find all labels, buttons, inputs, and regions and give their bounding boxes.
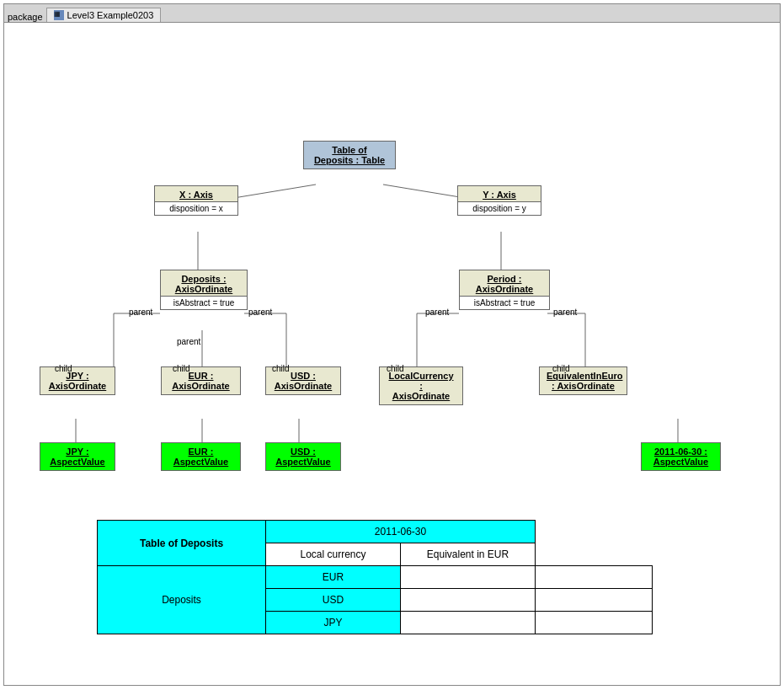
- eur-local-cell: [401, 566, 536, 589]
- usd-equiv-cell: [536, 589, 653, 612]
- node-y-axis-label: Y : Axis: [465, 190, 534, 200]
- node-x-axis-label: X : Axis: [162, 190, 231, 200]
- node-usd-ordinate-label: USD :AxisOrdinate: [273, 371, 333, 391]
- table-section: Table of Deposits 2011-06-30 Local curre…: [97, 520, 653, 634]
- node-eur-value: EUR :AspectValue: [161, 442, 241, 471]
- deposits-table: Table of Deposits 2011-06-30 Local curre…: [97, 520, 653, 634]
- node-date-value: 2011-06-30 :AspectValue: [641, 442, 721, 471]
- tab-title: Level3 Example0203: [67, 10, 154, 20]
- label-child-eur: child: [173, 364, 190, 373]
- node-period-ordinate-label: Period :AxisOrdinate: [467, 274, 542, 294]
- local-header-cell: Local currency: [266, 543, 401, 566]
- node-table-of-deposits: Table ofDeposits : Table: [303, 141, 396, 169]
- node-jpy-value: JPY :AspectValue: [40, 442, 115, 471]
- label-parent-right: parent: [248, 308, 272, 317]
- label-child-local: child: [387, 364, 404, 373]
- main-window: package ▦ Level3 Example0203: [3, 3, 781, 686]
- node-period-ordinate: Period :AxisOrdinate isAbstract = true: [459, 270, 550, 310]
- jpy-equiv-cell: [536, 612, 653, 634]
- eur-equiv-cell: [536, 566, 653, 589]
- label-parent-left: parent: [129, 308, 152, 317]
- node-y-axis: Y : Axis disposition = y: [457, 185, 541, 216]
- usd-local-cell: [401, 589, 536, 612]
- node-x-axis-attr: disposition = x: [155, 201, 237, 215]
- deposits-label: Deposits: [162, 594, 201, 606]
- label-period-parent-right: parent: [553, 308, 577, 317]
- label-child-jpy: child: [55, 364, 72, 373]
- node-x-axis: X : Axis disposition = x: [154, 185, 238, 216]
- node-period-ordinate-attr: isAbstract = true: [460, 296, 549, 309]
- eur-row-label: EUR: [266, 566, 401, 589]
- node-usd-value: USD :AspectValue: [265, 442, 341, 471]
- date-header-cell: 2011-06-30: [266, 521, 536, 543]
- node-eur-ordinate-label: EUR :AxisOrdinate: [168, 371, 233, 391]
- equiv-header-cell: Equivalent in EUR: [401, 543, 536, 566]
- node-local-ordinate-label: LocalCurrency :AxisOrdinate: [387, 371, 456, 401]
- table-title: Table of Deposits: [140, 538, 223, 549]
- date-header: 2011-06-30: [375, 526, 426, 538]
- node-date-value-label: 2011-06-30 :AspectValue: [648, 447, 713, 467]
- node-jpy-value-label: JPY :AspectValue: [47, 447, 108, 467]
- node-deposits-ordinate-attr: isAbstract = true: [161, 296, 247, 309]
- node-deposits-ordinate: Deposits :AxisOrdinate isAbstract = true: [160, 270, 248, 310]
- local-header: Local currency: [300, 548, 365, 560]
- node-jpy-ordinate-label: JPY :AxisOrdinate: [47, 371, 108, 391]
- diagram-tab[interactable]: ▦ Level3 Example0203: [46, 8, 162, 22]
- jpy-local-cell: [401, 612, 536, 634]
- node-usd-value-label: USD :AspectValue: [273, 447, 333, 467]
- equiv-header: Equivalent in EUR: [427, 548, 509, 560]
- node-jpy-ordinate: JPY :AxisOrdinate: [40, 366, 115, 395]
- usd-row-label: USD: [266, 589, 401, 612]
- label-child-usd: child: [272, 364, 290, 373]
- package-label: package: [8, 12, 43, 22]
- diagram-icon: ▦: [54, 10, 64, 20]
- jpy-row-label: JPY: [266, 612, 401, 634]
- node-table-of-deposits-label: Table ofDeposits : Table: [311, 145, 388, 165]
- node-equiv-ordinate-label: EquivalentInEuro: AxisOrdinate: [547, 371, 620, 391]
- tab-bar: package ▦ Level3 Example0203: [4, 4, 780, 23]
- table-title-cell: Table of Deposits: [98, 521, 266, 566]
- label-period-parent-left: parent: [425, 308, 449, 317]
- diagram-area: Table ofDeposits : Table X : Axis dispos…: [4, 23, 780, 685]
- node-y-axis-attr: disposition = y: [458, 201, 541, 215]
- label-parent-bottom: parent: [177, 337, 200, 346]
- deposits-row-header: Deposits: [98, 566, 266, 634]
- node-eur-value-label: EUR :AspectValue: [168, 447, 233, 467]
- label-child-equiv: child: [552, 364, 570, 373]
- node-deposits-ordinate-label: Deposits :AxisOrdinate: [168, 274, 240, 294]
